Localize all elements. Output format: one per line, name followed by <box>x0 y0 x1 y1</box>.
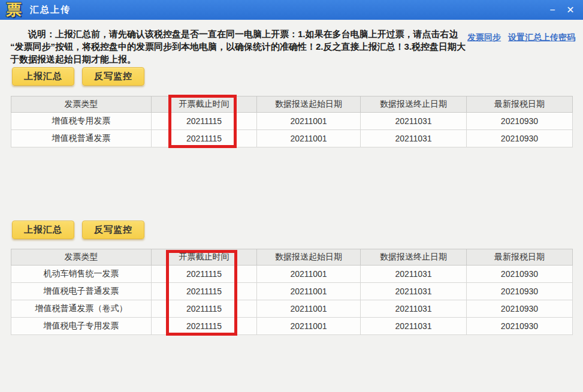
date-cell: 20210930 <box>467 130 573 147</box>
invoice-type-cell: 增值税电子专用发票 <box>11 318 152 335</box>
invoice-type-cell: 增值税电子普通发票 <box>11 283 152 300</box>
column-header: 数据报送终止日期 <box>361 249 467 266</box>
date-cell: 20211001 <box>257 266 361 283</box>
date-cell: 20211001 <box>257 113 361 130</box>
column-header: 最新报税日期 <box>467 97 573 113</box>
writeback-monitor-button-1[interactable]: 反写监控 <box>82 67 144 86</box>
invoice-type-cell: 增值税普通发票（卷式） <box>11 300 152 318</box>
table-row: 增值税普通发票20211115202110012021103120210930 <box>11 130 573 147</box>
invoice-type-cell: 增值税专用发票 <box>11 113 152 130</box>
header-links: 发票同步 设置汇总上传密码 <box>463 32 575 43</box>
title-bar: 票 汇总上传 − ✕ <box>0 0 583 20</box>
table-row: 机动车销售统一发票2021111520211001202110312021093… <box>11 266 573 283</box>
date-cell: 20211001 <box>257 300 361 318</box>
date-cell: 20211031 <box>361 266 467 283</box>
date-cell: 20211115 <box>152 318 257 335</box>
table-row: 增值税电子普通发票2021111520211001202110312021093… <box>11 283 573 300</box>
column-header: 数据报送起始日期 <box>257 249 361 266</box>
report-summary-button-2[interactable]: 上报汇总 <box>12 221 74 239</box>
date-cell: 20210930 <box>467 266 573 283</box>
column-header: 数据报送起始日期 <box>257 97 361 113</box>
date-cell: 20211115 <box>152 283 257 300</box>
set-upload-password-link[interactable]: 设置汇总上传密码 <box>508 32 575 42</box>
report-summary-button-1[interactable]: 上报汇总 <box>12 67 74 86</box>
summary-upload-window: 票 汇总上传 − ✕ 说明：上报汇总前，请先确认该税控盘是否一直在同一电脑上开票… <box>0 0 583 392</box>
window-title: 汇总上传 <box>30 4 71 16</box>
column-header: 数据报送终止日期 <box>361 97 467 113</box>
table-row: 增值税专用发票20211115202110012021103120210930 <box>11 113 573 130</box>
column-header: 开票截止时间 <box>152 249 257 266</box>
date-cell: 20211115 <box>152 130 257 147</box>
date-cell: 20211031 <box>361 283 467 300</box>
invoice-table-2: 发票类型开票截止时间数据报送起始日期数据报送终止日期最新报税日期机动车销售统一发… <box>11 249 573 335</box>
column-header: 开票截止时间 <box>152 97 257 113</box>
window-controls: − ✕ <box>543 2 579 18</box>
close-icon[interactable]: ✕ <box>561 2 579 18</box>
date-cell: 20211001 <box>257 283 361 300</box>
date-cell: 20210930 <box>467 300 573 318</box>
date-cell: 20211031 <box>361 130 467 147</box>
invoice-type-cell: 增值税普通发票 <box>11 130 152 147</box>
app-logo-icon: 票 <box>6 2 22 17</box>
table-row: 增值税普通发票（卷式）20211115202110012021103120210… <box>11 300 573 318</box>
table-row: 增值税电子专用发票2021111520211001202110312021093… <box>11 318 573 335</box>
date-cell: 20211001 <box>257 130 361 147</box>
date-cell: 20210930 <box>467 318 573 335</box>
date-cell: 20211031 <box>361 113 467 130</box>
column-header: 最新报税日期 <box>467 249 573 266</box>
date-cell: 20210930 <box>467 113 573 130</box>
column-header: 发票类型 <box>11 97 152 113</box>
invoice-sync-link[interactable]: 发票同步 <box>467 32 501 42</box>
date-cell: 20210930 <box>467 283 573 300</box>
invoice-table-1: 发票类型开票截止时间数据报送起始日期数据报送终止日期最新报税日期增值税专用发票2… <box>11 96 573 147</box>
date-cell: 20211031 <box>361 318 467 335</box>
instructions-text: 说明：上报汇总前，请先确认该税控盘是否一直在同一电脑上开票：1.如果在多台电脑上… <box>10 28 469 65</box>
column-header: 发票类型 <box>11 249 152 266</box>
date-cell: 20211115 <box>152 266 257 283</box>
invoice-type-cell: 机动车销售统一发票 <box>11 266 152 283</box>
date-cell: 20211115 <box>152 300 257 318</box>
minimize-icon[interactable]: − <box>543 2 561 18</box>
writeback-monitor-button-2[interactable]: 反写监控 <box>82 221 144 239</box>
date-cell: 20211115 <box>152 113 257 130</box>
date-cell: 20211031 <box>361 300 467 318</box>
date-cell: 20211001 <box>257 318 361 335</box>
